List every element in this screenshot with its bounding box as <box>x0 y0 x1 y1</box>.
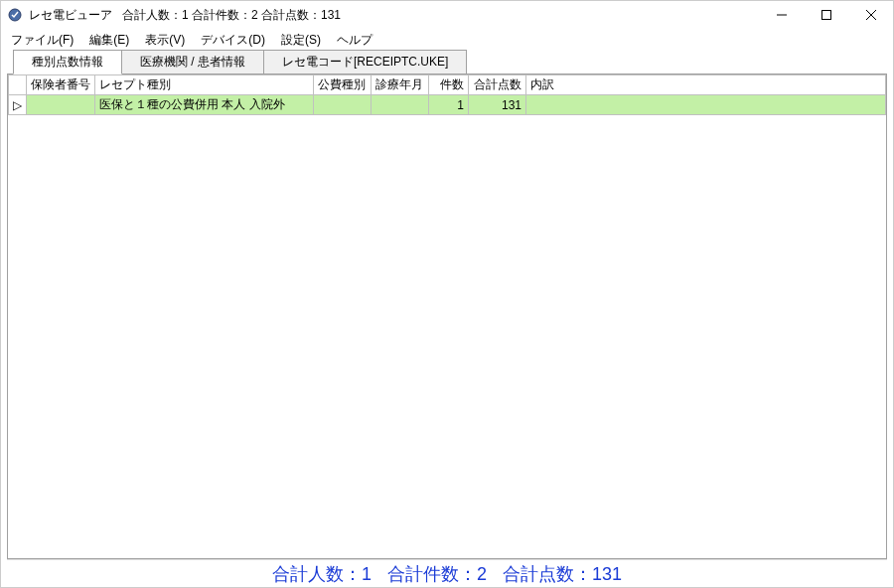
table-row[interactable]: ▷ 医保と１種の公費併用 本人 入院外 1 131 <box>9 95 886 115</box>
cell-kensu: 1 <box>429 95 469 115</box>
menu-device[interactable]: デバイス(D) <box>193 30 273 51</box>
cell-shinryo-ym <box>372 95 429 115</box>
menu-file[interactable]: ファイル(F) <box>3 30 81 51</box>
grid-header-uchiwake[interactable]: 内訳 <box>526 75 886 95</box>
grid-header-hokensha[interactable]: 保険者番号 <box>27 75 95 95</box>
status-count: 合計件数：2 <box>387 562 487 586</box>
cell-gokei-tensu: 131 <box>469 95 526 115</box>
grid-header-gokei-tensu[interactable]: 合計点数 <box>469 75 526 95</box>
app-icon <box>7 7 23 23</box>
status-people: 合計人数：1 <box>272 562 372 586</box>
grid-area[interactable]: 保険者番号 レセプト種別 公費種別 診療年月 件数 合計点数 内訳 ▷ 医保と１… <box>7 74 887 559</box>
cell-uchiwake <box>526 95 886 115</box>
statusbar: 合計人数：1 合計件数：2 合計点数：131 <box>7 559 887 587</box>
maximize-button[interactable] <box>804 1 848 29</box>
tabstrip: 種別点数情報 医療機関 / 患者情報 レセ電コード[RECEIPTC.UKE] <box>7 53 887 74</box>
menu-help[interactable]: ヘルプ <box>329 30 380 51</box>
cell-kouhi-type <box>314 95 372 115</box>
grid-header-row: 保険者番号 レセプト種別 公費種別 診療年月 件数 合計点数 内訳 <box>9 75 886 95</box>
menu-view[interactable]: 表示(V) <box>137 30 193 51</box>
close-button[interactable] <box>848 1 893 29</box>
window-title-app: レセ電ビューア <box>29 7 112 24</box>
titlebar: レセ電ビューア 合計人数：1 合計件数：2 合計点数：131 <box>1 1 893 29</box>
cell-hokensha <box>27 95 95 115</box>
grid-header-indicator[interactable] <box>9 75 27 95</box>
minimize-button[interactable] <box>759 1 804 29</box>
grid-header-kensu[interactable]: 件数 <box>429 75 469 95</box>
data-grid: 保険者番号 レセプト種別 公費種別 診療年月 件数 合計点数 内訳 ▷ 医保と１… <box>8 74 886 115</box>
grid-header-kouhi-type[interactable]: 公費種別 <box>314 75 372 95</box>
menu-settings[interactable]: 設定(S) <box>273 30 329 51</box>
row-indicator-icon: ▷ <box>9 95 27 115</box>
cell-receipt-type: 医保と１種の公費併用 本人 入院外 <box>95 95 314 115</box>
grid-header-receipt-type[interactable]: レセプト種別 <box>95 75 314 95</box>
window-title-summary: 合計人数：1 合計件数：2 合計点数：131 <box>122 7 341 24</box>
tab-institution-patient[interactable]: 医療機関 / 患者情報 <box>121 50 264 74</box>
svg-rect-2 <box>821 11 830 20</box>
tab-type-points[interactable]: 種別点数情報 <box>13 50 122 74</box>
status-points: 合計点数：131 <box>503 562 622 586</box>
menu-edit[interactable]: 編集(E) <box>81 30 137 51</box>
grid-header-shinryo-ym[interactable]: 診療年月 <box>372 75 429 95</box>
tab-receipt-code[interactable]: レセ電コード[RECEIPTC.UKE] <box>263 50 467 74</box>
menubar: ファイル(F) 編集(E) 表示(V) デバイス(D) 設定(S) ヘルプ <box>1 29 893 51</box>
